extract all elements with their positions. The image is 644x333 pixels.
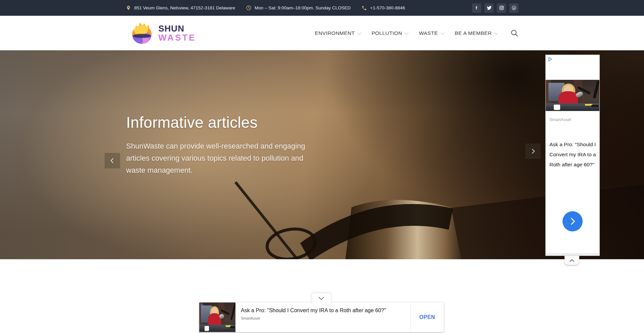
twitter-icon[interactable] xyxy=(484,3,494,13)
brand-name-line1: SHUN xyxy=(158,24,196,33)
chevron-down-icon xyxy=(405,31,409,34)
sidebar-ad-collapse-button[interactable] xyxy=(565,256,579,265)
carousel-prev-button[interactable] xyxy=(105,153,120,168)
chevron-right-icon xyxy=(530,148,536,155)
topbar-phone: +1-570-380-8846 xyxy=(362,5,405,11)
ad-photo-news-anchor xyxy=(546,80,599,111)
nav-item-waste[interactable]: WASTE xyxy=(419,30,443,36)
ad-headline: Ask a Pro: "Should I Convert my IRA to a… xyxy=(549,140,598,170)
chevron-down-icon xyxy=(318,296,325,300)
bottom-anchor-ad[interactable]: Ask a Pro: "Should I Convert my IRA to a… xyxy=(199,302,444,332)
phone-icon xyxy=(362,5,367,11)
brand-name-line2: WASTE xyxy=(158,33,196,42)
nav-label: ENVIRONMENT xyxy=(315,30,355,36)
nav-item-environment[interactable]: ENVIRONMENT xyxy=(315,30,360,36)
topbar-hours: Mon – Sat: 9:00am–18:00pm. Sunday CLOSED xyxy=(246,5,351,11)
topbar-social: p xyxy=(472,3,519,13)
chevron-left-icon xyxy=(109,157,116,164)
ad-headline: Ask a Pro: "Should I Convert my IRA to a… xyxy=(241,307,410,314)
nav-item-be-a-member[interactable]: BE A MEMBER xyxy=(455,30,497,36)
adchoices-icon[interactable] xyxy=(200,303,205,308)
brand-logo[interactable]: SHUN WASTE xyxy=(132,22,196,44)
topbar-address: 851 Veum Glens, Nelsview, 47152-3181 Del… xyxy=(125,5,235,11)
topbar-phone-text: +1-570-380-8846 xyxy=(370,5,405,10)
ad-sponsor-label: SmartAsset xyxy=(549,117,571,122)
pinterest-icon[interactable]: p xyxy=(509,3,519,13)
nav-item-pollution[interactable]: POLLUTION xyxy=(372,30,408,36)
nav-label: POLLUTION xyxy=(372,30,402,36)
nav-label: WASTE xyxy=(419,30,438,36)
header: SHUN WASTE ENVIRONMENT POLLUTION WASTE xyxy=(0,16,644,50)
nav-label: BE A MEMBER xyxy=(455,30,492,36)
topbar: 851 Veum Glens, Nelsview, 47152-3181 Del… xyxy=(0,0,644,16)
chevron-right-icon xyxy=(568,217,577,226)
chevron-down-icon xyxy=(440,31,444,34)
topbar-address-text: 851 Veum Glens, Nelsview, 47152-3181 Del… xyxy=(134,5,235,10)
clock-icon xyxy=(246,5,252,11)
chevron-up-icon xyxy=(569,259,575,263)
carousel-next-button[interactable] xyxy=(525,144,541,159)
svg-text:p: p xyxy=(513,6,515,9)
facebook-icon[interactable] xyxy=(472,3,481,13)
ad-photo-news-anchor xyxy=(199,302,235,332)
location-pin-icon xyxy=(125,5,131,11)
topbar-hours-text: Mon – Sat: 9:00am–18:00pm. Sunday CLOSED xyxy=(255,5,351,10)
main-nav: ENVIRONMENT POLLUTION WASTE BE A MEMBER xyxy=(315,29,519,37)
burning-earth-logo-icon xyxy=(132,22,153,44)
ad-open-button[interactable]: OPEN xyxy=(411,302,444,332)
chevron-down-icon xyxy=(494,31,498,34)
adchoices-icon[interactable] xyxy=(547,56,553,62)
ad-sponsor-label: SmartAsset xyxy=(241,316,410,320)
ad-bottom-strip xyxy=(546,253,599,256)
search-icon[interactable] xyxy=(511,29,519,37)
sidebar-ad[interactable]: SmartAsset Ask a Pro: "Should I Convert … xyxy=(545,55,600,256)
ad-next-circle-button[interactable] xyxy=(562,211,583,231)
bottom-ad-dismiss-tab[interactable] xyxy=(311,293,331,303)
instagram-icon[interactable] xyxy=(497,3,506,13)
chevron-down-icon xyxy=(357,31,361,34)
hero-title: Informative articles xyxy=(126,113,258,131)
page: 851 Veum Glens, Nelsview, 47152-3181 Del… xyxy=(0,0,644,333)
hero-description: ShunWaste can provide well-researched an… xyxy=(126,140,322,176)
